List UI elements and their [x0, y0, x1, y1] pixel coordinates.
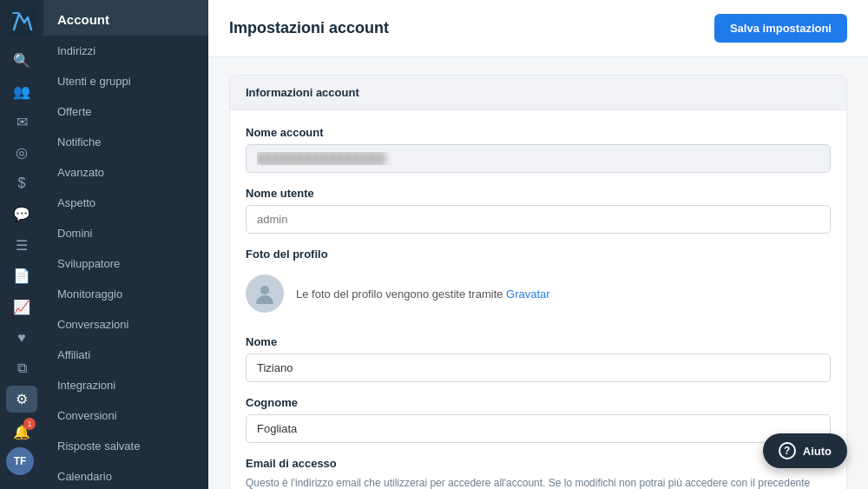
svg-point-2	[260, 286, 269, 294]
sidebar-icon-layers[interactable]: ⧉	[6, 354, 37, 381]
sidebar-icon-list[interactable]: ☰	[6, 232, 37, 259]
email-label: Email di accesso	[246, 457, 831, 470]
sidebar-icon-file[interactable]: 📄	[6, 262, 37, 289]
sidebar-item-avanzato[interactable]: Avanzato	[43, 157, 208, 188]
main-header: Impostazioni account Salva impostazioni	[208, 0, 868, 57]
sidebar-menu: Account Indirizzi Utenti e gruppi Offert…	[43, 0, 208, 489]
form-content: Informazioni account Nome account Nome u…	[208, 57, 868, 489]
gravatar-link[interactable]: Gravatar	[506, 287, 550, 301]
main-content: Impostazioni account Salva impostazioni …	[208, 0, 868, 489]
sidebar-item-indirizzi[interactable]: Indirizzi	[43, 36, 208, 66]
icon-sidebar: 🔍 👥 ✉ ◎ $ 💬 ☰ 📄 📈 ♥ ⧉ ⚙ 🔔 1 TF	[0, 0, 43, 489]
nome-utente-group: Nome utente	[246, 187, 831, 234]
sidebar-item-integrazioni[interactable]: Integrazioni	[43, 370, 208, 400]
sidebar-icon-gear[interactable]: ⚙	[6, 386, 37, 413]
card-body: Nome account Nome utente Foto del profil…	[230, 110, 846, 489]
sidebar-item-offerte[interactable]: Offerte	[43, 96, 208, 127]
sidebar-item-conversioni[interactable]: Conversioni	[43, 400, 208, 431]
sidebar-item-monitoraggio[interactable]: Monitoraggio	[43, 279, 208, 309]
sidebar-icon-heart[interactable]: ♥	[6, 324, 37, 351]
help-label: Aiuto	[803, 445, 832, 458]
sidebar-item-notifiche[interactable]: Notifiche	[43, 127, 208, 157]
nome-account-label: Nome account	[246, 126, 831, 139]
sidebar-icon-search[interactable]: 🔍	[6, 47, 37, 74]
user-avatar[interactable]: TF	[6, 447, 34, 475]
notification-badge: 1	[23, 418, 36, 430]
sidebar-item-aspetto[interactable]: Aspetto	[43, 188, 208, 218]
sidebar-item-utenti-gruppi[interactable]: Utenti e gruppi	[43, 66, 208, 96]
nome-account-input[interactable]	[246, 144, 831, 173]
avatar-placeholder	[246, 274, 284, 313]
foto-profilo-text: Le foto del profilo vengono gestite tram…	[296, 287, 550, 301]
sidebar-item-sviluppatore[interactable]: Sviluppatore	[43, 248, 208, 279]
sidebar-icon-mail[interactable]: ✉	[6, 109, 37, 135]
nome-label: Nome	[246, 335, 831, 348]
cognome-group: Cognome	[246, 396, 831, 443]
sidebar-item-domini[interactable]: Domini	[43, 218, 208, 248]
menu-header: Account	[43, 0, 208, 36]
app-logo	[6, 7, 37, 36]
cognome-input[interactable]	[246, 414, 831, 443]
account-info-card: Informazioni account Nome account Nome u…	[229, 75, 847, 489]
svg-rect-1	[12, 12, 19, 14]
foto-profilo-group: Foto del profilo Le foto del profilo ven…	[246, 248, 831, 321]
svg-rect-0	[7, 7, 36, 36]
help-icon: ?	[779, 442, 796, 459]
sidebar-item-conversazioni[interactable]: Conversazioni	[43, 309, 208, 340]
sidebar-icon-bar-chart[interactable]: 📈	[6, 293, 37, 320]
sidebar-icon-notification[interactable]: 🔔 1	[6, 416, 37, 447]
nome-utente-input[interactable]	[246, 205, 831, 234]
nome-input[interactable]	[246, 354, 831, 382]
sidebar-item-risposte-salvate[interactable]: Risposte salvate	[43, 431, 208, 461]
sidebar-icon-dollar[interactable]: $	[6, 170, 37, 197]
sidebar-icon-users[interactable]: 👥	[6, 77, 37, 104]
cognome-label: Cognome	[246, 396, 831, 409]
help-button[interactable]: ? Aiuto	[763, 433, 847, 468]
sidebar-icon-chat[interactable]: 💬	[6, 201, 37, 228]
sidebar-item-calendario[interactable]: Calendario	[43, 461, 208, 489]
sidebar-item-affiliati[interactable]: Affiliati	[43, 340, 208, 370]
page-title: Impostazioni account	[229, 19, 389, 37]
profile-photo-row: Le foto del profilo vengono gestite tram…	[246, 266, 831, 321]
save-button[interactable]: Salva impostazioni	[714, 14, 847, 43]
email-hint: Questo è l'indirizzo email che utilizzer…	[246, 475, 831, 489]
section-title: Informazioni account	[230, 76, 846, 110]
nome-utente-label: Nome utente	[246, 187, 831, 200]
foto-profilo-label: Foto del profilo	[246, 248, 831, 261]
email-group: Email di accesso Questo è l'indirizzo em…	[246, 457, 831, 489]
nome-account-group: Nome account	[246, 126, 831, 173]
sidebar-icon-chart[interactable]: ◎	[6, 139, 37, 166]
nome-group: Nome	[246, 335, 831, 382]
